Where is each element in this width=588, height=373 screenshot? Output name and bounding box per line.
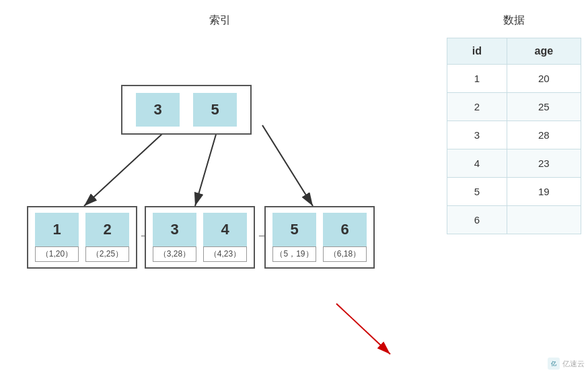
index-section: 索引 [0, 0, 440, 373]
index-title: 索引 [13, 13, 427, 28]
data-section: 数据 id age 1 20 2 25 3 28 [440, 0, 588, 373]
diagram-area: 3 5 1 （1,20） 2 （2,25） [13, 48, 427, 358]
main-container: 索引 [0, 0, 588, 373]
col-header-id: id [447, 38, 507, 65]
watermark-text: 亿速云 [562, 359, 585, 369]
cell-id-3: 3 [447, 121, 507, 149]
cell-id-6: 6 [447, 206, 507, 234]
leaf-box-2: 5 （5，19） 6 （6,18） [264, 206, 375, 269]
table-row: 2 25 [447, 93, 581, 121]
table-row: 3 28 [447, 121, 581, 149]
table-row: 5 19 [447, 178, 581, 206]
cell-age-5: 19 [507, 178, 581, 206]
root-cell-0: 3 [136, 93, 180, 127]
leaf-0-cell-0: 1 （1,20） [35, 213, 79, 262]
leaf-2-cell-1: 6 （6,18） [323, 213, 367, 262]
svg-line-5 [336, 304, 390, 354]
leaf-1-cell-0: 3 （3,28） [153, 213, 196, 262]
watermark: 亿 亿速云 [548, 358, 585, 370]
leaf-2-cell-0: 5 （5，19） [272, 213, 316, 262]
cell-age-4: 23 [507, 149, 581, 178]
leaf-0-cell-1: 2 （2,25） [85, 213, 129, 262]
data-table: id age 1 20 2 25 3 28 4 [447, 38, 581, 234]
table-row: 4 23 [447, 149, 581, 178]
root-cell-1: 5 [193, 93, 237, 127]
col-header-age: age [507, 38, 581, 65]
leaf-box-0: 1 （1,20） 2 （2,25） → [27, 206, 137, 269]
svg-line-2 [84, 125, 172, 206]
cell-id-2: 2 [447, 93, 507, 121]
table-row: 6 [447, 206, 581, 234]
cell-id-4: 4 [447, 149, 507, 178]
cell-age-3: 28 [507, 121, 581, 149]
leaf-1-cell-1: 4 （4,23） [203, 213, 247, 262]
cell-id-1: 1 [447, 65, 507, 93]
cell-age-2: 25 [507, 93, 581, 121]
cell-age-1: 20 [507, 65, 581, 93]
cell-id-5: 5 [447, 178, 507, 206]
leaf-box-1: 3 （3,28） 4 （4,23） → [145, 206, 255, 269]
table-row: 1 20 [447, 65, 581, 93]
root-node: 3 5 [121, 85, 252, 135]
cell-age-6 [507, 206, 581, 234]
data-title: 数据 [447, 13, 581, 28]
svg-line-4 [262, 125, 313, 206]
root-box: 3 5 [121, 85, 252, 135]
watermark-logo: 亿 [548, 358, 560, 370]
svg-line-3 [195, 125, 219, 206]
